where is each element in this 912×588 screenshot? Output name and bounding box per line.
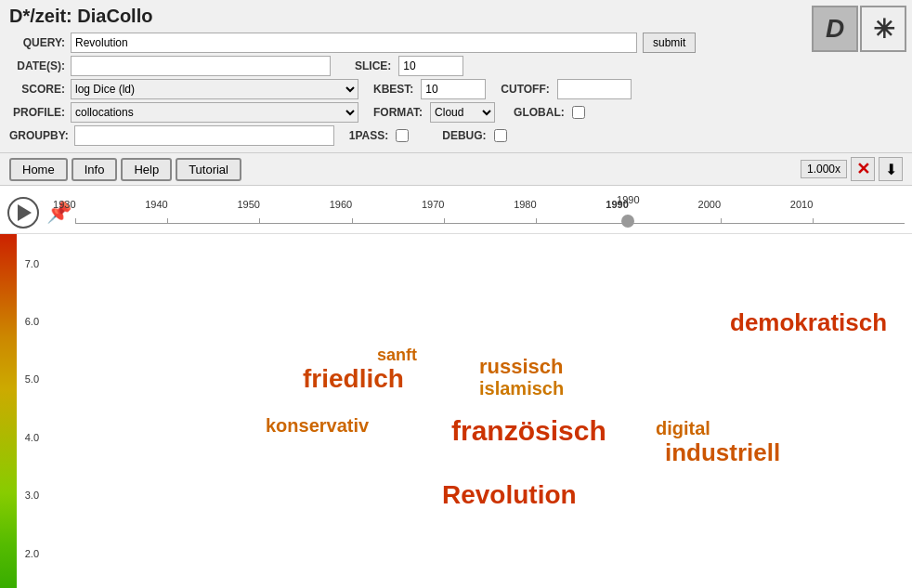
close-button[interactable]: ✕	[851, 157, 875, 181]
tick-label: 1950	[237, 199, 259, 210]
toolbar: Home Info Help Tutorial 1.000x ✕ ⬇	[0, 153, 912, 186]
profile-select[interactable]: collocations cooccurrences	[71, 102, 358, 123]
main-area: 7.06.05.04.03.02.0 demokratischsanftfrie…	[0, 234, 912, 588]
play-button[interactable]	[7, 197, 39, 229]
tick-line	[167, 218, 168, 224]
tick-line	[444, 218, 445, 224]
groupby-input[interactable]	[74, 125, 334, 146]
debug-label: DEBUG:	[442, 129, 486, 142]
word-cloud-item[interactable]: islamisch	[479, 378, 564, 399]
tick-label: 1960	[330, 199, 352, 210]
date-label: DATE(S):	[9, 59, 65, 72]
tick-line	[721, 218, 722, 224]
kbest-input[interactable]	[421, 79, 486, 99]
query-label: QUERY:	[9, 36, 65, 49]
logo-star: ✳	[860, 6, 906, 52]
tick-label: 1970	[422, 199, 444, 210]
debug-checkbox[interactable]	[494, 129, 507, 142]
cutoff-input[interactable]	[557, 79, 632, 99]
y-axis: 7.06.05.04.03.02.0	[17, 234, 43, 588]
format-label: FORMAT:	[373, 106, 423, 119]
word-cloud-item[interactable]: konservativ	[266, 415, 369, 437]
timeline-axis[interactable]: 1990193019401950196019701980199020002010	[75, 194, 905, 231]
tick-label: 1940	[145, 199, 167, 210]
score-select[interactable]: log Dice (ld) MI frequency	[71, 79, 358, 99]
tick-label: 1930	[53, 199, 75, 210]
timeline-tick: 2000	[721, 218, 722, 224]
timeline-tick: 2010	[813, 218, 814, 224]
tick-line	[813, 218, 814, 224]
play-icon	[18, 204, 32, 221]
timeline-tick: 1980	[536, 218, 537, 224]
timeline-bar: 📌 19901930194019501960197019801990200020…	[0, 186, 912, 234]
onepass-label: 1PASS:	[349, 129, 388, 142]
timeline-marker[interactable]	[621, 215, 634, 228]
timeline-tick: 1940	[167, 218, 168, 224]
color-bar	[0, 234, 17, 588]
tick-label: 2000	[698, 199, 721, 210]
app-title: D*/zeit: DiaCollo	[9, 6, 903, 27]
tick-line	[75, 218, 76, 224]
zoom-label: 1.000x	[801, 160, 847, 178]
timeline-tick: 1970	[444, 218, 445, 224]
onepass-checkbox[interactable]	[396, 129, 409, 142]
y-axis-label: 6.0	[25, 316, 39, 327]
word-cloud-item[interactable]: industriell	[665, 438, 780, 467]
word-cloud-item[interactable]: friedlich	[303, 364, 404, 394]
y-axis-label: 4.0	[25, 432, 39, 443]
submit-button[interactable]: submit	[643, 33, 696, 53]
info-button[interactable]: Info	[72, 158, 118, 181]
tutorial-button[interactable]: Tutorial	[176, 158, 241, 181]
tick-label: 1980	[514, 199, 536, 210]
global-label: GLOBAL:	[514, 106, 565, 119]
profile-label: PROFILE:	[9, 106, 65, 119]
global-checkbox[interactable]	[572, 106, 585, 119]
cutoff-label: CUTOFF:	[501, 83, 549, 96]
score-label: SCORE:	[9, 83, 65, 96]
y-axis-label: 2.0	[25, 548, 39, 559]
y-axis-label: 7.0	[25, 258, 39, 269]
axis-line	[75, 223, 905, 224]
y-axis-label: 3.0	[25, 490, 39, 501]
tick-line	[352, 218, 353, 224]
timeline-tick: 1960	[352, 218, 353, 224]
tick-label: 2010	[790, 199, 813, 210]
word-cloud-item[interactable]: russisch	[479, 355, 564, 379]
date-input[interactable]	[71, 56, 331, 76]
help-button[interactable]: Help	[121, 158, 172, 181]
logo-area: D ✳	[812, 6, 906, 52]
logo-d: D	[812, 6, 858, 52]
y-axis-label: 5.0	[25, 373, 39, 385]
slice-label: SLICE:	[355, 59, 391, 72]
tick-label: 1990	[606, 199, 628, 210]
download-button[interactable]: ⬇	[879, 157, 903, 181]
tick-line	[536, 218, 537, 224]
word-cloud-item[interactable]: demokratisch	[730, 308, 887, 337]
word-cloud-item[interactable]: französisch	[451, 415, 606, 447]
groupby-label: GROUPBY:	[9, 129, 69, 142]
word-cloud-item[interactable]: Revolution	[442, 480, 577, 510]
kbest-label: KBEST:	[373, 83, 413, 96]
query-input[interactable]	[71, 33, 637, 53]
format-select[interactable]: Cloud List JSON	[430, 102, 495, 123]
tick-line	[259, 218, 260, 224]
slice-input[interactable]	[398, 56, 463, 76]
word-cloud-item[interactable]: digital	[656, 418, 710, 439]
word-cloud-item[interactable]: sanft	[377, 346, 417, 365]
timeline-tick: 1930	[75, 218, 76, 224]
word-cloud: demokratischsanftfriedlichrussischislami…	[43, 234, 912, 588]
timeline-tick: 1950	[259, 218, 260, 224]
home-button[interactable]: Home	[9, 158, 68, 181]
